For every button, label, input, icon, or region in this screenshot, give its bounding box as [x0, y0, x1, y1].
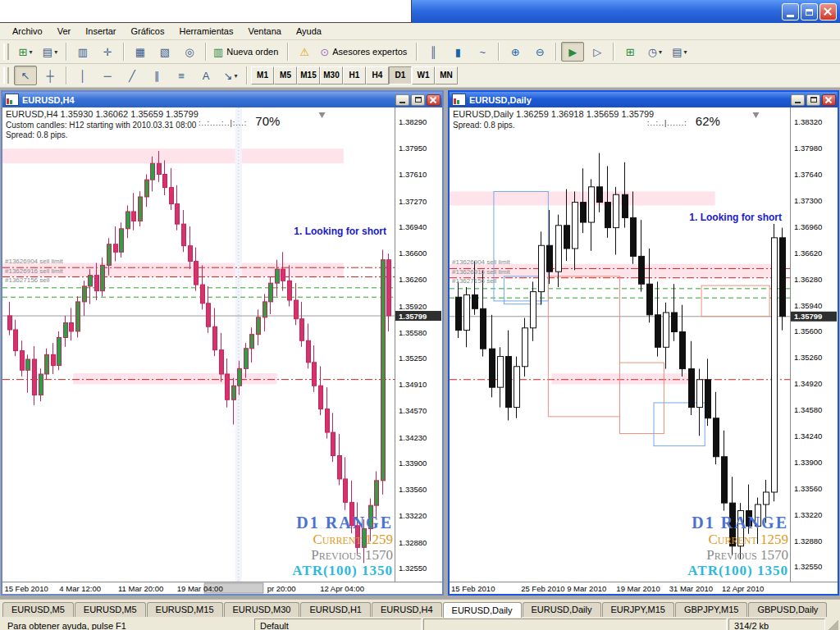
chart-tab-eurusd-daily-7[interactable]: EURUSD,Daily: [523, 602, 601, 617]
profiles-button[interactable]: ▤▾: [39, 42, 62, 62]
candle-up: [45, 354, 49, 374]
child-maximize-button[interactable]: [806, 94, 820, 106]
chart-window-titlebar[interactable]: EURUSD,H4: [2, 92, 442, 107]
cursor-button[interactable]: ↖: [14, 66, 37, 85]
templates-dropdown-icon[interactable]: ▾: [683, 48, 687, 56]
arrow-objects-button[interactable]: ↘▾: [219, 66, 242, 85]
new-chart-button[interactable]: ⊞▾: [14, 42, 37, 62]
new-order-button[interactable]: ▥Nueva orden: [211, 42, 283, 62]
chart-tab-eurusd-h4-5[interactable]: EURUSD,H4: [372, 602, 442, 617]
chart-tab-gbpjpy-m15-9[interactable]: GBPJPY,M15: [675, 602, 747, 617]
chart-window-titlebar[interactable]: EURUSD,Daily: [450, 92, 838, 107]
indicators-button[interactable]: ⊞: [619, 42, 641, 62]
chart-shift-button[interactable]: ▷: [586, 42, 609, 62]
candle-up: [107, 244, 112, 266]
menu-herramientas[interactable]: Herramientas: [171, 25, 240, 38]
window-title: EURUSD,H4: [22, 95, 395, 105]
child-close-button[interactable]: [427, 94, 441, 106]
close-button[interactable]: [819, 3, 837, 21]
minimize-button[interactable]: [782, 3, 799, 21]
child-minimize-button[interactable]: [395, 94, 409, 106]
candle-down: [220, 350, 224, 374]
terminal-button[interactable]: ▦: [129, 42, 152, 62]
line-chart-button[interactable]: ~: [471, 42, 494, 62]
full-screen-button[interactable]: ◎: [178, 42, 201, 62]
menu-archivo[interactable]: Archivo: [5, 25, 50, 38]
chart-tab-gbpusd-daily-10[interactable]: GBPUSD,Daily: [748, 602, 827, 617]
auto-scroll-button[interactable]: ▶: [561, 42, 584, 62]
fibonacci-retracement-button[interactable]: ≡: [170, 66, 193, 85]
child-maximize-button[interactable]: [411, 94, 425, 106]
new-chart-dropdown-icon[interactable]: ▾: [29, 48, 32, 56]
chart-area-eurusd-h4[interactable]: 1.382901.379501.376101.372701.369401.366…: [2, 107, 442, 594]
candlesticks-button[interactable]: ▮: [446, 42, 469, 62]
alert-button[interactable]: ⚠: [293, 42, 316, 62]
chart-tab-eurusd-m5-1[interactable]: EURUSD,M5: [75, 602, 146, 617]
menu-insertar[interactable]: Insertar: [78, 25, 123, 38]
horizontal-line-button[interactable]: ─: [96, 66, 119, 85]
equidistant-channel-button[interactable]: ∥: [145, 66, 168, 85]
profiles-dropdown-icon[interactable]: ▾: [54, 48, 57, 56]
timeframe-w1[interactable]: W1: [412, 66, 435, 84]
chart-tab-eurusd-m15-2[interactable]: EURUSD,M15: [147, 602, 223, 617]
periods-button[interactable]: ◷▾: [643, 42, 666, 62]
menu-ver[interactable]: Ver: [50, 25, 79, 38]
maximize-button[interactable]: [801, 3, 818, 21]
candle-up: [244, 349, 249, 369]
chart-tab-eurusd-m5-0[interactable]: EURUSD,M5: [2, 602, 74, 617]
minimize-icon: [787, 15, 794, 17]
svg-text:25 Feb 2010: 25 Feb 2010: [521, 584, 564, 593]
timeframe-m30[interactable]: M30: [320, 66, 343, 84]
crosshair-button[interactable]: ┼: [39, 66, 62, 85]
toolbar-separator: [66, 66, 67, 84]
timeframe-h4[interactable]: H4: [366, 66, 389, 84]
chart-tab-eurusd-m30-3[interactable]: EURUSD,M30: [224, 602, 300, 617]
candle-down: [189, 246, 193, 262]
toolbar-grip[interactable]: [3, 43, 9, 60]
child-minimize-button[interactable]: [791, 94, 805, 106]
timeframe-h1[interactable]: H1: [343, 66, 366, 84]
trendline-button[interactable]: ╱: [121, 66, 144, 85]
chart-tab-eurusd-h1-4[interactable]: EURUSD,H1: [300, 602, 371, 617]
svg-text:1.36260: 1.36260: [399, 275, 427, 284]
vertical-line-button[interactable]: │: [71, 66, 94, 85]
navigator-button[interactable]: ✛: [96, 42, 119, 62]
svg-text:1.33220: 1.33220: [399, 511, 427, 520]
toolbar-grip[interactable]: [3, 67, 9, 84]
templates-icon: ▤: [672, 47, 682, 57]
toolbar-separator: [66, 43, 67, 61]
chart-tab-eurusd-daily-6[interactable]: EURUSD,Daily: [443, 602, 522, 618]
arrow-objects-dropdown-icon[interactable]: ▾: [234, 72, 237, 80]
templates-button[interactable]: ▤▾: [668, 42, 691, 62]
market-watch-button[interactable]: ▥: [71, 42, 94, 62]
chart-area-eurusd-daily[interactable]: 1.383201.379801.376401.373001.369601.366…: [450, 107, 838, 594]
timeframe-m5[interactable]: M5: [274, 66, 297, 84]
candle-down: [547, 245, 553, 272]
candle-up: [257, 317, 261, 335]
timeframe-mn[interactable]: MN: [435, 66, 458, 84]
time-axis: 15 Feb 201025 Feb 20109 Mar 201019 Mar 2…: [450, 582, 838, 594]
periods-dropdown-icon[interactable]: ▾: [659, 48, 662, 56]
status-profile[interactable]: Default: [254, 619, 422, 630]
timeframe-d1[interactable]: D1: [389, 66, 412, 84]
vertical-line-icon: │: [80, 71, 86, 81]
zoom-out-button[interactable]: ⊖: [528, 42, 551, 62]
navigator-icon: ✛: [103, 47, 112, 57]
strategy-tester-button[interactable]: ▧: [153, 42, 176, 62]
chart-tab-eurjpy-m15-8[interactable]: EURJPY,M15: [602, 602, 674, 617]
candle-down: [33, 359, 37, 395]
text-label-button[interactable]: A: [194, 66, 217, 85]
menu-ventana[interactable]: Ventana: [241, 25, 289, 38]
svg-text:1.33560: 1.33560: [794, 484, 822, 493]
timeframe-m15[interactable]: M15: [297, 66, 320, 84]
ohlc-bars-button[interactable]: ║: [422, 42, 445, 62]
menu-graficos[interactable]: Gráficos: [124, 25, 172, 38]
menu-ayuda[interactable]: Ayuda: [289, 25, 329, 38]
expert-advisors-button[interactable]: ⊙Asesores expertos: [317, 42, 412, 62]
resize-grip[interactable]: [827, 619, 838, 630]
zoom-in-button[interactable]: ⊕: [504, 42, 527, 62]
toolbar-separator: [287, 43, 289, 61]
candle-down: [132, 212, 136, 221]
child-close-button[interactable]: [822, 94, 836, 106]
timeframe-m1[interactable]: M1: [251, 66, 274, 84]
